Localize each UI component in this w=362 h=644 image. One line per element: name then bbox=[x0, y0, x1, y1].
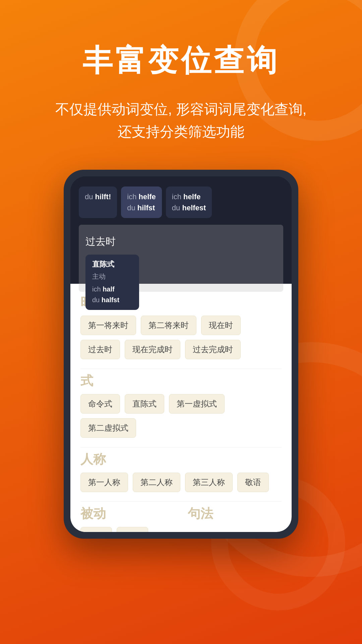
card1-verb: hilft! bbox=[95, 193, 111, 201]
tag-third-person[interactable]: 第三人称 bbox=[185, 473, 233, 492]
card2-pronoun1: ich bbox=[127, 193, 138, 201]
tag-past[interactable]: 过去时 bbox=[80, 340, 120, 359]
divider-2 bbox=[80, 447, 282, 447]
mood-block: 直陈式 主动 ich half du halfst bbox=[85, 255, 139, 310]
conj-card-3[interactable]: ich helfe du helfest bbox=[166, 186, 212, 218]
filter-group-person: 人称 第一人称 第二人称 第三人称 敬语 bbox=[80, 451, 282, 492]
conj-card-1[interactable]: du hilft! bbox=[79, 186, 117, 218]
card2-pronoun2: du bbox=[127, 204, 137, 212]
filter-tags-tense: 第一将来时 第二将来时 现在时 过去时 现在完成时 过去完成时 bbox=[80, 316, 282, 359]
filter-group-mood: 式 命令式 直陈式 第一虚拟式 第二虚拟式 bbox=[80, 372, 282, 438]
subtitle-line1: 不仅提供动词变位, 形容词词尾变化查询, bbox=[55, 101, 306, 117]
phone-bottom-section: 时态 第一将来时 第二将来时 现在时 过去时 现在完成时 过去完成时 式 bbox=[70, 284, 292, 532]
subtitle-line2: 还支持分类筛选功能 bbox=[118, 124, 244, 140]
card2-verb1: helfe bbox=[139, 193, 156, 201]
phone-inner: du hilft! ich helfe du hilfst ich helfe … bbox=[70, 176, 292, 532]
filter-group-voice: 被动 主动 被动 bbox=[80, 505, 174, 532]
filter-label-voice: 被动 bbox=[80, 505, 174, 522]
tense-label: 过去时 bbox=[85, 235, 277, 249]
subtitle: 不仅提供动词变位, 形容词词尾变化查询, 还支持分类筛选功能 bbox=[35, 98, 326, 143]
card3-verb1: helfe bbox=[183, 193, 200, 201]
mood-pronoun2: du bbox=[92, 296, 100, 304]
tag-imperative[interactable]: 命令式 bbox=[80, 394, 120, 414]
mood-verb: ich half du halfst bbox=[92, 284, 132, 305]
filter-label-person: 人称 bbox=[80, 451, 282, 468]
tag-first-person[interactable]: 第一人称 bbox=[80, 473, 128, 492]
mood-title: 直陈式 bbox=[92, 259, 132, 269]
tag-perfect[interactable]: 现在完成时 bbox=[125, 340, 180, 359]
conjugation-cards: du hilft! ich helfe du hilfst ich helfe … bbox=[79, 186, 283, 218]
filter-label-mood: 式 bbox=[80, 372, 282, 389]
phone-top-section: du hilft! ich helfe du hilfst ich helfe … bbox=[70, 176, 292, 284]
mood-verb2: halfst bbox=[102, 296, 119, 304]
phone-mockup: du hilft! ich helfe du hilfst ich helfe … bbox=[64, 170, 298, 539]
tag-future1[interactable]: 第一将来时 bbox=[80, 316, 136, 335]
filter-group-syntax: 句法 bbox=[188, 505, 282, 527]
mood-subtitle: 主动 bbox=[92, 272, 132, 281]
divider-1 bbox=[80, 369, 282, 369]
tag-future2[interactable]: 第二将来时 bbox=[141, 316, 196, 335]
filter-row-voice: 被动 主动 被动 句法 bbox=[80, 505, 282, 532]
filter-tags-person: 第一人称 第二人称 第三人称 敬语 bbox=[80, 473, 282, 492]
filter-tags-voice: 主动 被动 bbox=[80, 527, 174, 532]
card3-verb2: helfest bbox=[182, 204, 206, 212]
card2-verb2: hilfst bbox=[137, 204, 155, 212]
conj-card-2[interactable]: ich helfe du hilfst bbox=[121, 186, 162, 218]
filter-tags-mood: 命令式 直陈式 第一虚拟式 第二虚拟式 bbox=[80, 394, 282, 438]
tag-subj1[interactable]: 第一虚拟式 bbox=[169, 394, 225, 414]
tag-honorific[interactable]: 敬语 bbox=[237, 473, 269, 492]
tag-indicative[interactable]: 直陈式 bbox=[125, 394, 164, 414]
card3-pronoun2: du bbox=[172, 204, 182, 212]
tag-present[interactable]: 现在时 bbox=[201, 316, 241, 335]
tag-pluperfect[interactable]: 过去完成时 bbox=[185, 340, 241, 359]
card1-pronoun: du bbox=[85, 193, 95, 201]
mood-section: 直陈式 主动 ich half du halfst bbox=[85, 255, 277, 310]
card3-pronoun1: ich bbox=[172, 193, 183, 201]
divider-3 bbox=[80, 501, 282, 502]
tag-passive[interactable]: 被动 bbox=[117, 527, 148, 532]
main-title: 丰富变位查询 bbox=[82, 40, 280, 81]
tag-subj2[interactable]: 第二虚拟式 bbox=[80, 418, 136, 438]
mood-pronoun1: ich bbox=[92, 285, 101, 293]
tag-second-person[interactable]: 第二人称 bbox=[133, 473, 180, 492]
tag-active[interactable]: 主动 bbox=[80, 527, 112, 532]
mood-verb1: half bbox=[103, 285, 115, 293]
filter-label-syntax: 句法 bbox=[188, 505, 282, 522]
